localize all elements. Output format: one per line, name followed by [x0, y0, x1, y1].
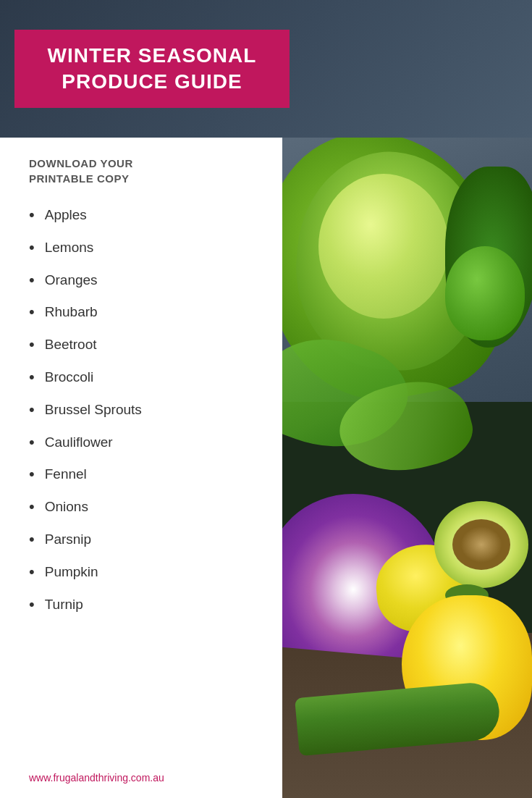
list-item: Rhubarb [29, 296, 261, 329]
main-content: DOWNLOAD YOUR PRINTABLE COPY Apples Lemo… [0, 138, 532, 798]
title-banner: WINTER SEASONAL PRODUCE GUIDE [14, 30, 290, 109]
produce-list: Apples Lemons Oranges Rhubarb Beetroot B… [29, 199, 261, 761]
download-heading: DOWNLOAD YOUR PRINTABLE COPY [29, 156, 261, 186]
list-item: Onions [29, 491, 261, 524]
right-column-photo [282, 138, 532, 798]
kiwi-center [452, 519, 510, 570]
list-item: Lemons [29, 232, 261, 264]
website-url: www.frugalandthriving.com.au [29, 772, 261, 784]
green-pepper [445, 246, 525, 340]
list-item: Apples [29, 199, 261, 232]
page-container: WINTER SEASONAL PRODUCE GUIDE DOWNLOAD Y… [0, 0, 532, 798]
list-item: Broccoli [29, 361, 261, 394]
header-section: WINTER SEASONAL PRODUCE GUIDE [0, 0, 532, 138]
list-item: Brussel Sprouts [29, 394, 261, 427]
list-item: Cauliflower [29, 427, 261, 459]
list-item: Beetroot [29, 329, 261, 361]
list-item: Turnip [29, 589, 261, 621]
vegetable-image [282, 138, 532, 798]
list-item: Fennel [29, 458, 261, 491]
list-item: Oranges [29, 264, 261, 297]
list-item: Parsnip [29, 524, 261, 556]
page-title: WINTER SEASONAL PRODUCE GUIDE [36, 43, 268, 96]
list-item: Pumpkin [29, 556, 261, 589]
left-column: DOWNLOAD YOUR PRINTABLE COPY Apples Lemo… [0, 138, 282, 798]
cabbage-center [318, 174, 449, 319]
